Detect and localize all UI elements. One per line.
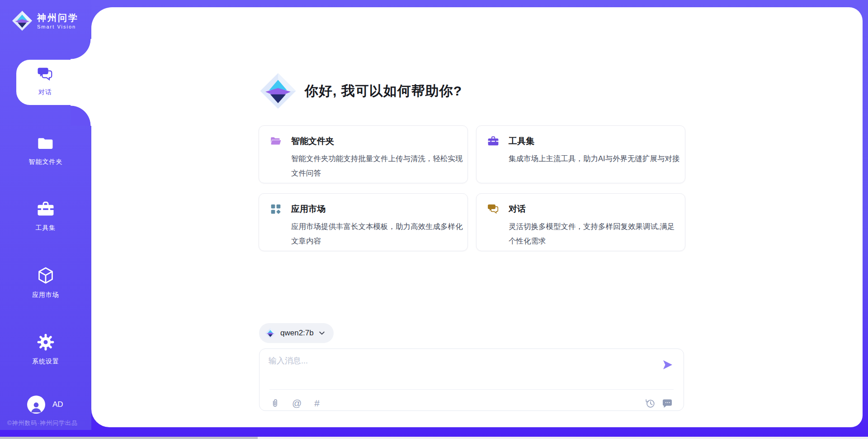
message-input[interactable]: [268, 354, 645, 382]
user-initials: AD: [52, 400, 63, 409]
sidebar-item-label: 对话: [16, 88, 74, 96]
brand-logo: 神州问学 Smart Vision: [12, 10, 79, 32]
brand-subtitle: Smart Vision: [37, 24, 79, 29]
tab-fillet-bottom: [71, 105, 91, 126]
user-profile[interactable]: AD: [27, 396, 63, 414]
card-description: 灵活切换多模型文件，支持多样回复效果调试,满足个性化需求: [509, 219, 681, 248]
toolbox-icon: [36, 200, 55, 218]
at-sign-icon[interactable]: @: [292, 398, 302, 408]
chat-bubbles-icon: [487, 203, 499, 215]
sidebar-item-settings[interactable]: 系统设置: [0, 333, 91, 366]
sidebar-item-label: 应用市场: [0, 291, 91, 299]
folder-icon: [37, 135, 55, 152]
card-title: 智能文件夹: [291, 135, 334, 147]
diamond-logo-icon: [12, 10, 33, 32]
model-name: qwen2:7b: [280, 329, 314, 338]
card-toolset[interactable]: 工具集 集成市场上主流工具，助力AI与外界无缝扩展与对接: [476, 125, 685, 183]
greeting: 你好, 我可以如何帮助你?: [259, 72, 462, 110]
sidebar-item-label: 工具集: [0, 224, 91, 232]
message-icon[interactable]: [662, 398, 673, 409]
gear-icon: [36, 333, 55, 352]
sidebar-item-market[interactable]: 应用市场: [0, 266, 91, 299]
horizontal-scrollbar-thumb[interactable]: [0, 437, 258, 439]
tab-fillet-top: [71, 39, 91, 60]
greeting-text: 你好, 我可以如何帮助你?: [305, 82, 462, 100]
sidebar: 神州问学 Smart Vision 对话 智能文件夹 工具集 应用市场 系统设置: [0, 0, 91, 430]
card-title: 应用市场: [291, 203, 326, 215]
card-smart-folder[interactable]: 智能文件夹 智能文件夹功能支持批量文件上传与清洗，轻松实现文件问答: [259, 125, 468, 183]
sidebar-item-label: 系统设置: [0, 358, 91, 366]
app-grid-icon: [270, 203, 282, 215]
horizontal-scrollbar-track: [0, 437, 868, 439]
chat-bubbles-icon: [37, 66, 53, 82]
composer-toolbar: @ #: [270, 398, 320, 409]
brand-name: 神州问学: [37, 13, 79, 23]
copyright-footer: ©神州数码·神州问学出品: [7, 419, 78, 427]
model-selector[interactable]: qwen2:7b: [259, 323, 334, 343]
sidebar-item-folder[interactable]: 智能文件夹: [0, 135, 91, 166]
paperclip-icon[interactable]: [270, 398, 279, 409]
diamond-logo-icon: [265, 328, 276, 339]
card-chat[interactable]: 对话 灵活切换多模型文件，支持多样回复效果调试,满足个性化需求: [476, 193, 685, 251]
cube-icon: [36, 266, 55, 285]
sidebar-item-chat[interactable]: 对话: [16, 66, 74, 96]
card-title: 工具集: [509, 135, 534, 147]
composer-divider: [269, 389, 674, 390]
diamond-logo-icon: [259, 72, 297, 110]
folder-open-icon: [270, 135, 282, 147]
message-composer: @ #: [259, 348, 684, 411]
chevron-down-icon[interactable]: [318, 329, 326, 337]
composer-actions: [645, 398, 673, 409]
card-description: 集成市场上主流工具，助力AI与外界无缝扩展与对接: [509, 151, 681, 166]
card-description: 智能文件夹功能支持批量文件上传与清洗，轻松实现文件问答: [291, 151, 464, 180]
avatar[interactable]: [27, 396, 45, 414]
card-description: 应用市场提供丰富长文本模板，助力高效生成多样化文章内容: [291, 219, 464, 248]
card-app-market[interactable]: 应用市场 应用市场提供丰富长文本模板，助力高效生成多样化文章内容: [259, 193, 468, 251]
app-window: 神州问学 Smart Vision 对话 智能文件夹 工具集 应用市场 系统设置: [0, 0, 868, 439]
main-panel: 你好, 我可以如何帮助你? 智能文件夹 智能文件夹功能支持批量文件上传与清洗，轻…: [91, 7, 863, 427]
send-icon[interactable]: [662, 359, 674, 371]
hash-icon[interactable]: #: [314, 398, 320, 408]
history-icon[interactable]: [645, 398, 656, 409]
card-title: 对话: [509, 203, 526, 215]
sidebar-item-tools[interactable]: 工具集: [0, 200, 91, 232]
feature-cards: 智能文件夹 智能文件夹功能支持批量文件上传与清洗，轻松实现文件问答 工具集 集成…: [259, 125, 685, 251]
sidebar-item-label: 智能文件夹: [0, 158, 91, 166]
toolbox-icon: [487, 135, 499, 147]
person-icon: [28, 399, 44, 414]
